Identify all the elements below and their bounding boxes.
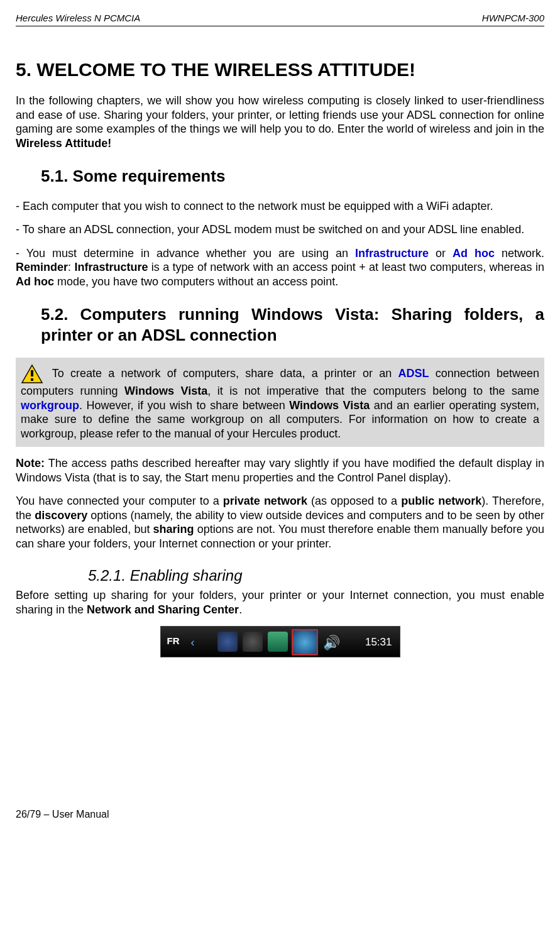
page-footer: 26/79 – User Manual <box>16 808 544 821</box>
network-center-icon <box>292 629 318 655</box>
network-paragraph: You have connected your computer to a pr… <box>16 494 544 551</box>
tray-expand-icon: ‹ <box>191 635 195 650</box>
header-right: HWNPCM-300 <box>482 13 544 25</box>
ad-hoc-link[interactable]: Ad hoc <box>453 247 495 260</box>
requirement-3: - You must determine in advance whether … <box>16 246 544 289</box>
tray-icon <box>243 632 263 652</box>
warning-box: To create a network of computers, share … <box>16 358 544 447</box>
requirement-2: - To share an ADSL connection, your ADSL… <box>16 222 544 237</box>
intro-paragraph: In the following chapters, we will show … <box>16 94 544 150</box>
workgroup-link[interactable]: workgroup <box>21 399 79 412</box>
chapter-heading: 5. WELCOME TO THE WIRELESS ATTITUDE! <box>16 58 544 82</box>
tray-icon <box>217 632 238 652</box>
note-paragraph: Note: The access paths described hereaft… <box>16 456 544 485</box>
adsl-link[interactable]: ADSL <box>398 367 429 380</box>
svg-rect-1 <box>31 370 33 376</box>
enabling-sharing-paragraph: Before setting up sharing for your folde… <box>16 588 544 617</box>
page-header: Hercules Wireless N PCMCIA HWNPCM-300 <box>16 13 544 26</box>
language-indicator: FR <box>167 635 180 647</box>
section-5-2-heading: 5.2. Computers running Windows Vista: Sh… <box>41 304 544 345</box>
subsection-5-2-1-heading: 5.2.1. Enabling sharing <box>88 566 544 585</box>
clock: 15:31 <box>365 635 392 649</box>
taskbar-screenshot: FR ‹ 🔊 15:31 <box>160 626 400 657</box>
volume-icon: 🔊 <box>323 634 340 652</box>
section-5-1-heading: 5.1. Some requirements <box>41 166 544 187</box>
warning-icon <box>21 364 43 384</box>
header-left: Hercules Wireless N PCMCIA <box>16 13 140 25</box>
requirement-1: - Each computer that you wish to connect… <box>16 199 544 214</box>
tray-icon <box>268 632 288 652</box>
infrastructure-link[interactable]: Infrastructure <box>355 247 429 260</box>
svg-rect-2 <box>31 378 33 381</box>
